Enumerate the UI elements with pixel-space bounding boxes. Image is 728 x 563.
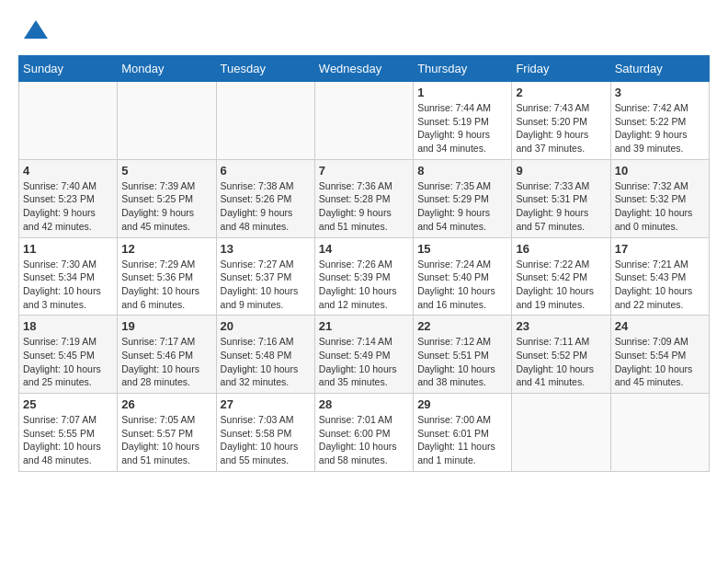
- day-info: Sunrise: 7:27 AMSunset: 5:37 PMDaylight:…: [221, 258, 311, 312]
- weekday-header-tuesday: Tuesday: [216, 56, 314, 82]
- weekday-header-friday: Friday: [512, 56, 610, 82]
- calendar-table: SundayMondayTuesdayWednesdayThursdayFrid…: [18, 55, 710, 472]
- calendar-cell: 23Sunrise: 7:11 AMSunset: 5:52 PMDayligh…: [512, 316, 610, 394]
- day-number: 24: [615, 319, 705, 333]
- calendar-cell: [610, 394, 709, 472]
- weekday-header-wednesday: Wednesday: [314, 56, 413, 82]
- day-number: 26: [121, 397, 211, 411]
- day-number: 7: [319, 164, 409, 178]
- day-info: Sunrise: 7:00 AMSunset: 6:01 PMDaylight:…: [417, 413, 507, 467]
- day-info: Sunrise: 7:17 AMSunset: 5:46 PMDaylight:…: [121, 335, 211, 389]
- calendar-cell: 15Sunrise: 7:24 AMSunset: 5:40 PMDayligh…: [414, 237, 512, 316]
- day-info: Sunrise: 7:39 AMSunset: 5:25 PMDaylight:…: [121, 179, 211, 234]
- calendar-cell: 10Sunrise: 7:32 AMSunset: 5:32 PMDayligh…: [610, 159, 709, 237]
- day-number: 23: [516, 319, 606, 333]
- day-number: 6: [221, 164, 311, 178]
- calendar-cell: [118, 82, 216, 160]
- day-info: Sunrise: 7:44 AMSunset: 5:19 PMDaylight:…: [417, 101, 507, 155]
- day-info: Sunrise: 7:14 AMSunset: 5:49 PMDaylight:…: [319, 335, 409, 389]
- calendar-cell: 19Sunrise: 7:17 AMSunset: 5:46 PMDayligh…: [118, 316, 216, 394]
- day-info: Sunrise: 7:03 AMSunset: 5:58 PMDaylight:…: [221, 413, 311, 467]
- logo: [18, 18, 50, 46]
- day-number: 2: [516, 86, 606, 99]
- calendar-cell: 26Sunrise: 7:05 AMSunset: 5:57 PMDayligh…: [118, 394, 216, 472]
- day-info: Sunrise: 7:38 AMSunset: 5:26 PMDaylight:…: [221, 179, 311, 234]
- day-info: Sunrise: 7:09 AMSunset: 5:54 PMDaylight:…: [615, 335, 705, 389]
- day-info: Sunrise: 7:07 AMSunset: 5:55 PMDaylight:…: [23, 413, 113, 467]
- day-info: Sunrise: 7:26 AMSunset: 5:39 PMDaylight:…: [319, 258, 409, 312]
- calendar-cell: [512, 394, 610, 472]
- day-number: 14: [319, 242, 409, 256]
- calendar-cell: 1Sunrise: 7:44 AMSunset: 5:19 PMDaylight…: [414, 82, 512, 160]
- calendar-cell: 6Sunrise: 7:38 AMSunset: 5:26 PMDaylight…: [216, 159, 314, 237]
- calendar-cell: 29Sunrise: 7:00 AMSunset: 6:01 PMDayligh…: [414, 394, 512, 472]
- calendar-week-row: 4Sunrise: 7:40 AMSunset: 5:23 PMDaylight…: [19, 159, 710, 237]
- calendar-cell: 11Sunrise: 7:30 AMSunset: 5:34 PMDayligh…: [19, 237, 118, 316]
- day-number: 29: [417, 397, 507, 411]
- calendar-cell: 9Sunrise: 7:33 AMSunset: 5:31 PMDaylight…: [512, 159, 610, 237]
- day-number: 4: [23, 164, 113, 178]
- day-info: Sunrise: 7:01 AMSunset: 6:00 PMDaylight:…: [319, 413, 409, 467]
- day-number: 9: [516, 164, 606, 178]
- day-number: 20: [221, 319, 311, 333]
- day-info: Sunrise: 7:33 AMSunset: 5:31 PMDaylight:…: [516, 179, 606, 234]
- weekday-header-thursday: Thursday: [414, 56, 512, 82]
- day-number: 10: [615, 164, 705, 178]
- calendar-cell: 28Sunrise: 7:01 AMSunset: 6:00 PMDayligh…: [314, 394, 413, 472]
- weekday-header-monday: Monday: [118, 56, 216, 82]
- day-number: 8: [417, 164, 507, 178]
- day-number: 16: [516, 242, 606, 256]
- calendar-cell: 2Sunrise: 7:43 AMSunset: 5:20 PMDaylight…: [512, 82, 610, 160]
- day-info: Sunrise: 7:12 AMSunset: 5:51 PMDaylight:…: [417, 335, 507, 389]
- day-number: 3: [615, 86, 705, 99]
- day-info: Sunrise: 7:29 AMSunset: 5:36 PMDaylight:…: [121, 258, 211, 312]
- day-number: 13: [221, 242, 311, 256]
- calendar-cell: 21Sunrise: 7:14 AMSunset: 5:49 PMDayligh…: [314, 316, 413, 394]
- day-info: Sunrise: 7:32 AMSunset: 5:32 PMDaylight:…: [615, 179, 705, 234]
- day-number: 19: [121, 319, 211, 333]
- page-header: [18, 18, 710, 46]
- calendar-cell: [314, 82, 413, 160]
- calendar-cell: 22Sunrise: 7:12 AMSunset: 5:51 PMDayligh…: [414, 316, 512, 394]
- calendar-week-row: 1Sunrise: 7:44 AMSunset: 5:19 PMDaylight…: [19, 82, 710, 160]
- calendar-week-row: 25Sunrise: 7:07 AMSunset: 5:55 PMDayligh…: [19, 394, 710, 472]
- calendar-cell: 12Sunrise: 7:29 AMSunset: 5:36 PMDayligh…: [118, 237, 216, 316]
- calendar-cell: 18Sunrise: 7:19 AMSunset: 5:45 PMDayligh…: [19, 316, 118, 394]
- svg-marker-0: [24, 20, 48, 39]
- weekday-header-saturday: Saturday: [610, 56, 709, 82]
- calendar-cell: 5Sunrise: 7:39 AMSunset: 5:25 PMDaylight…: [118, 159, 216, 237]
- day-number: 17: [615, 242, 705, 256]
- calendar-week-row: 18Sunrise: 7:19 AMSunset: 5:45 PMDayligh…: [19, 316, 710, 394]
- calendar-cell: 7Sunrise: 7:36 AMSunset: 5:28 PMDaylight…: [314, 159, 413, 237]
- day-info: Sunrise: 7:19 AMSunset: 5:45 PMDaylight:…: [23, 335, 113, 389]
- logo-icon: [22, 18, 50, 46]
- day-number: 12: [121, 242, 211, 256]
- day-info: Sunrise: 7:05 AMSunset: 5:57 PMDaylight:…: [121, 413, 211, 467]
- calendar-cell: 25Sunrise: 7:07 AMSunset: 5:55 PMDayligh…: [19, 394, 118, 472]
- day-number: 11: [23, 242, 113, 256]
- calendar-cell: 3Sunrise: 7:42 AMSunset: 5:22 PMDaylight…: [610, 82, 709, 160]
- day-info: Sunrise: 7:35 AMSunset: 5:29 PMDaylight:…: [417, 179, 507, 234]
- calendar-week-row: 11Sunrise: 7:30 AMSunset: 5:34 PMDayligh…: [19, 237, 710, 316]
- calendar-cell: 8Sunrise: 7:35 AMSunset: 5:29 PMDaylight…: [414, 159, 512, 237]
- day-info: Sunrise: 7:43 AMSunset: 5:20 PMDaylight:…: [516, 101, 606, 155]
- day-number: 18: [23, 319, 113, 333]
- day-number: 27: [221, 397, 311, 411]
- day-info: Sunrise: 7:40 AMSunset: 5:23 PMDaylight:…: [23, 179, 113, 234]
- day-info: Sunrise: 7:42 AMSunset: 5:22 PMDaylight:…: [615, 101, 705, 155]
- day-number: 15: [417, 242, 507, 256]
- calendar-cell: 16Sunrise: 7:22 AMSunset: 5:42 PMDayligh…: [512, 237, 610, 316]
- calendar-cell: 17Sunrise: 7:21 AMSunset: 5:43 PMDayligh…: [610, 237, 709, 316]
- day-info: Sunrise: 7:30 AMSunset: 5:34 PMDaylight:…: [23, 258, 113, 312]
- day-number: 21: [319, 319, 409, 333]
- day-number: 25: [23, 397, 113, 411]
- calendar-cell: [216, 82, 314, 160]
- day-info: Sunrise: 7:16 AMSunset: 5:48 PMDaylight:…: [221, 335, 311, 389]
- day-number: 5: [121, 164, 211, 178]
- calendar-cell: 27Sunrise: 7:03 AMSunset: 5:58 PMDayligh…: [216, 394, 314, 472]
- weekday-header-sunday: Sunday: [19, 56, 118, 82]
- calendar-cell: 24Sunrise: 7:09 AMSunset: 5:54 PMDayligh…: [610, 316, 709, 394]
- day-info: Sunrise: 7:21 AMSunset: 5:43 PMDaylight:…: [615, 258, 705, 312]
- day-info: Sunrise: 7:22 AMSunset: 5:42 PMDaylight:…: [516, 258, 606, 312]
- day-info: Sunrise: 7:36 AMSunset: 5:28 PMDaylight:…: [319, 179, 409, 234]
